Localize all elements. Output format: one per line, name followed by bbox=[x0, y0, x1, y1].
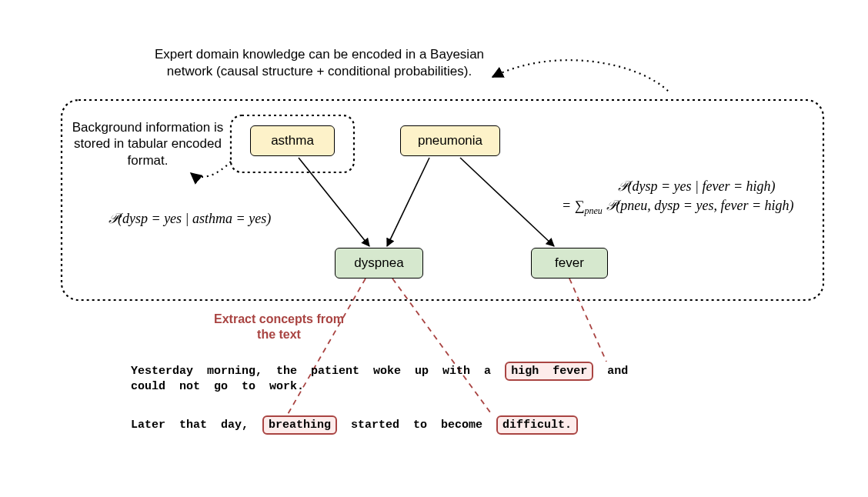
node-pneumonia-label: pneumonia bbox=[418, 133, 482, 148]
node-fever-label: fever bbox=[555, 255, 584, 271]
arrow-caption-to-panel bbox=[492, 60, 669, 92]
word: high bbox=[511, 365, 539, 378]
edge-pneumonia-fever bbox=[460, 158, 554, 246]
word: patient bbox=[311, 365, 359, 378]
link-dyspnea-breathing bbox=[287, 279, 366, 415]
word: a bbox=[484, 365, 491, 378]
formula-dysp-given-asthma: 𝒫(dysp = yes | asthma = yes) bbox=[108, 209, 271, 228]
label-extract-concepts: Extract concepts from the text bbox=[212, 312, 346, 342]
formula-sum-prefix: = ∑ bbox=[562, 198, 584, 213]
formula-dysp-given-fever: 𝒫(dysp = yes | fever = high) = ∑pneu 𝒫(p… bbox=[562, 177, 831, 218]
word: breathing bbox=[269, 419, 331, 432]
link-dyspnea-difficult bbox=[392, 279, 492, 415]
node-asthma-label: asthma bbox=[271, 133, 314, 148]
formula-right-line1: 𝒫(dysp = yes | fever = high) bbox=[562, 177, 831, 196]
formula-sum-rest: 𝒫(pneu, dysp = yes, fever = high) bbox=[603, 198, 794, 213]
highlight-breathing: breathing bbox=[262, 415, 337, 435]
link-fever-highfever bbox=[569, 279, 606, 362]
highlight-difficult: difficult. bbox=[496, 415, 578, 435]
formula-sum-sub: pneu bbox=[584, 205, 602, 216]
edge-pneumonia-dyspnea bbox=[387, 158, 429, 246]
node-dyspnea: dyspnea bbox=[335, 248, 423, 279]
formula-right-line2: = ∑pneu 𝒫(pneu, dysp = yes, fever = high… bbox=[562, 196, 831, 217]
word: woke bbox=[373, 365, 401, 378]
node-fever: fever bbox=[531, 248, 608, 279]
word: morning, bbox=[207, 365, 262, 378]
sentence-line-1: Yesterday morning, the patient woke up w… bbox=[131, 362, 642, 381]
word: work. bbox=[269, 380, 304, 393]
highlight-high-fever: high fever bbox=[505, 362, 593, 381]
edge-asthma-dyspnea bbox=[299, 158, 369, 246]
caption-expert-knowledge: Expert domain knowledge can be encoded i… bbox=[139, 46, 500, 80]
word: go bbox=[214, 380, 228, 393]
node-dyspnea-label: dyspnea bbox=[354, 255, 403, 271]
node-asthma: asthma bbox=[250, 125, 335, 156]
word: fever bbox=[553, 365, 587, 378]
word: to bbox=[413, 419, 427, 432]
word: day, bbox=[221, 419, 249, 432]
word: that bbox=[179, 419, 207, 432]
word: become bbox=[441, 419, 482, 432]
node-pneumonia: pneumonia bbox=[400, 125, 500, 156]
word: Later bbox=[131, 419, 165, 432]
word: Yesterday bbox=[131, 365, 193, 378]
word: started bbox=[351, 419, 399, 432]
word: not bbox=[179, 380, 200, 393]
sentence-line-2: could not go to work. bbox=[131, 380, 318, 393]
sentence-line-3: Later that day, breathing started to bec… bbox=[131, 415, 592, 435]
caption-background-info: Background information is stored in tabu… bbox=[71, 119, 225, 168]
word: could bbox=[131, 380, 165, 393]
word: to bbox=[242, 380, 255, 393]
word: the bbox=[276, 365, 297, 378]
word: with bbox=[442, 365, 470, 378]
word: difficult. bbox=[502, 419, 572, 432]
word: up bbox=[415, 365, 429, 378]
word: and bbox=[607, 365, 628, 378]
